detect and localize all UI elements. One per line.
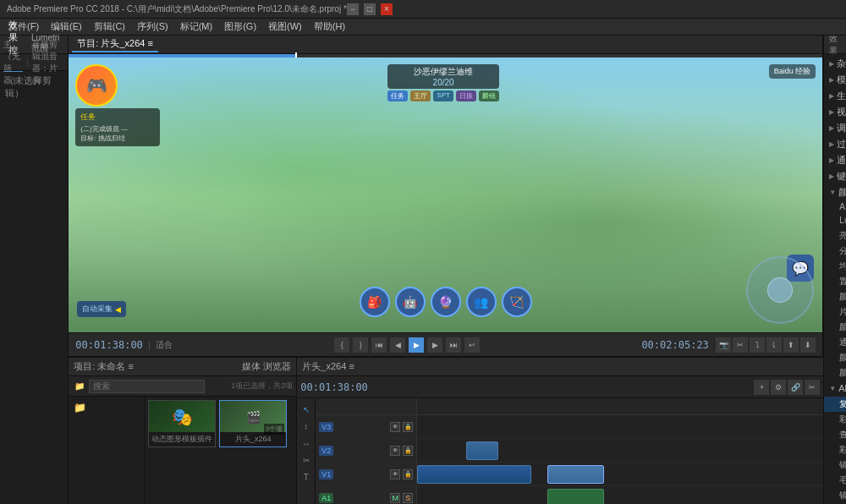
effect-color-feather[interactable]: 彩色羽翎	[824, 412, 846, 427]
cat-blur-arrow: ▶	[829, 76, 834, 84]
cat-obsolete-arrow: ▶	[829, 140, 834, 148]
menu-bar: 文件(F) 编辑(E) 剪辑(C) 序列(S) 标记(M) 图形(G) 视图(W…	[0, 19, 846, 36]
track-v1-lock[interactable]: 🔒	[403, 469, 413, 479]
search-input[interactable]	[89, 380, 205, 393]
cat-color-correction[interactable]: ▼ 颜色校正	[824, 184, 846, 200]
timeline-ruler[interactable]: 00:00 00:00:59:22 00:01:59:21 00:02:59:1…	[316, 398, 823, 415]
track-v2-content[interactable]	[417, 439, 823, 462]
cat-generate[interactable]: ▶ 生成	[824, 88, 846, 104]
cat-color-arrow: ▼	[829, 189, 836, 196]
cat-adjust[interactable]: ▶ 调整	[824, 120, 846, 136]
track-a1-label: A1	[319, 493, 333, 503]
go-to-in-button[interactable]: ⏮	[371, 337, 387, 353]
effect-lens-distort[interactable]: 镜头动畸	[824, 457, 846, 473]
effect-rudder[interactable]: 片舵	[824, 304, 846, 320]
extract-button[interactable]: ⬇	[800, 337, 816, 353]
step-forward-button[interactable]: ▶	[427, 337, 442, 353]
cat-alpha-label: Alpha 发光	[838, 382, 846, 395]
effect-brightness-contrast[interactable]: 亮度与对比度	[824, 228, 846, 244]
mark-out-button[interactable]: }	[353, 337, 368, 353]
play-stop-button[interactable]: ▶	[409, 337, 424, 353]
timeline-title: 片头_x264 ≡	[302, 360, 354, 373]
track-select-tool[interactable]: ↕	[299, 419, 314, 434]
effect-roughen[interactable]: 毛糙	[824, 473, 846, 488]
track-a1-solo[interactable]: S	[403, 493, 413, 503]
effect-mirror-smooth[interactable]: 镜转光滑	[824, 488, 846, 503]
overwrite-button[interactable]: ⤹	[766, 337, 782, 353]
menu-view[interactable]: 视图(W)	[263, 19, 307, 34]
track-v3-content[interactable]	[417, 415, 823, 438]
clip-motion-template[interactable]: 🎭 动态图形模板插件	[148, 400, 216, 447]
clip-v1-1[interactable]	[417, 465, 530, 484]
cat-adjust-arrow: ▶	[829, 124, 834, 132]
media-browser-tab[interactable]: 媒体 浏览器	[242, 360, 291, 373]
track-v1-content[interactable]	[417, 463, 823, 485]
new-bin-button[interactable]: 📁	[72, 379, 87, 394]
effect-copy[interactable]: 复制	[824, 397, 846, 412]
tl-settings[interactable]: ⚙	[771, 380, 786, 395]
go-to-out-button[interactable]: ⏭	[446, 337, 461, 353]
tl-add-track[interactable]: +	[754, 380, 769, 395]
menu-clip[interactable]: 剪辑(C)	[89, 19, 130, 34]
menu-graphics[interactable]: 图形(G)	[219, 19, 261, 34]
effect-color-balance[interactable]: 颜色平衡	[824, 289, 846, 304]
effect-lumetri-color[interactable]: Lumetri 颜色	[824, 213, 846, 228]
mark-in-button[interactable]: {	[334, 337, 349, 353]
track-v2-lock[interactable]: 🔒	[403, 446, 413, 456]
cat-video-arrow: ▶	[829, 108, 834, 116]
close-button[interactable]: ×	[381, 3, 393, 15]
select-tool[interactable]: ↖	[299, 402, 314, 417]
clip-a1-1[interactable]	[547, 489, 604, 504]
cat-noise[interactable]: ▶ 杂色与颗粒	[824, 56, 846, 72]
cat-blur[interactable]: ▶ 模糊与锐化	[824, 72, 846, 88]
clip-v2-1[interactable]	[466, 441, 498, 460]
tl-snap[interactable]: 🔗	[788, 380, 803, 395]
clip-v1-2[interactable]	[547, 465, 604, 484]
bin-item[interactable]: 📁	[69, 400, 144, 415]
loop-button[interactable]: ↩	[464, 337, 480, 353]
lift-button[interactable]: ⬆	[783, 337, 799, 353]
insert-button[interactable]: ⤵	[750, 337, 765, 353]
menu-sequence[interactable]: 序列(S)	[132, 19, 173, 34]
effect-color-filter[interactable]: 彩色过镜	[824, 442, 846, 457]
export-frame-button[interactable]: 📷	[716, 337, 731, 353]
video-preview: 🎮 沙恶伊缪兰迪维20/20 任务 王厅 SPT 日振 麟镜	[69, 58, 822, 332]
cat-obsolete[interactable]: ▶ 过时	[824, 136, 846, 152]
tab-program-monitor[interactable]: 节目: 片头_x264 ≡	[72, 36, 158, 52]
trim-button[interactable]: ✂	[733, 337, 748, 353]
maximize-button[interactable]: □	[364, 3, 376, 15]
text-tool[interactable]: T	[299, 469, 314, 485]
razor-tool[interactable]: ✂	[299, 452, 314, 468]
track-a1-content[interactable]	[417, 486, 823, 504]
minimize-button[interactable]: －	[347, 3, 359, 15]
track-a1-mute[interactable]: M	[390, 493, 400, 503]
track-v1-eye[interactable]: 👁	[390, 469, 400, 479]
tl-razor[interactable]: ✂	[805, 380, 820, 395]
cat-keying[interactable]: ▶ 键控	[824, 168, 846, 184]
cat-channel[interactable]: ▶ 通道	[824, 152, 846, 168]
effect-color-processing[interactable]: 颜色处理	[824, 350, 846, 365]
effect-asc-cdl[interactable]: ASC CDL	[824, 200, 846, 213]
bottom-area: 项目: 未命名 ≡ 媒体 浏览器 📁 1项已选择，共2项 📁	[69, 357, 823, 504]
character-portrait: 🎮	[75, 64, 118, 107]
track-v3-lock[interactable]: 🔒	[403, 422, 413, 432]
cat-video[interactable]: ▶ 视频	[824, 104, 846, 120]
effect-channel-mixer[interactable]: 通道混合器	[824, 335, 846, 350]
cat-video-label: 视频	[837, 106, 846, 118]
effect-color-mapper[interactable]: 颜色制图器	[824, 320, 846, 335]
clip-piantou[interactable]: 🎬 片头_x264 7个项	[219, 400, 287, 447]
menu-help[interactable]: 帮助(H)	[309, 19, 350, 34]
effect-equalize[interactable]: 均衡	[824, 259, 846, 274]
effect-find-edges[interactable]: 查找边	[824, 427, 846, 442]
effect-color-split[interactable]: 分色	[824, 244, 846, 259]
cat-alpha-glow[interactable]: ▼ Alpha 发光	[824, 381, 846, 397]
track-v3-eye[interactable]: 👁	[390, 422, 400, 432]
center-area: 节目: 片头_x264 ≡ 🎮 沙恶伊缪兰迪维20/20	[69, 36, 823, 504]
effect-color-hls[interactable]: 颜色乐章 (HLS)	[824, 365, 846, 381]
effect-replace-color[interactable]: 置换为颜色	[824, 274, 846, 289]
ripple-tool[interactable]: ↔	[299, 436, 314, 451]
step-back-button[interactable]: ◀	[390, 337, 405, 353]
track-v2-eye[interactable]: 👁	[390, 446, 400, 456]
menu-marker[interactable]: 标记(M)	[175, 19, 218, 34]
fit-label: 适合	[156, 339, 173, 351]
